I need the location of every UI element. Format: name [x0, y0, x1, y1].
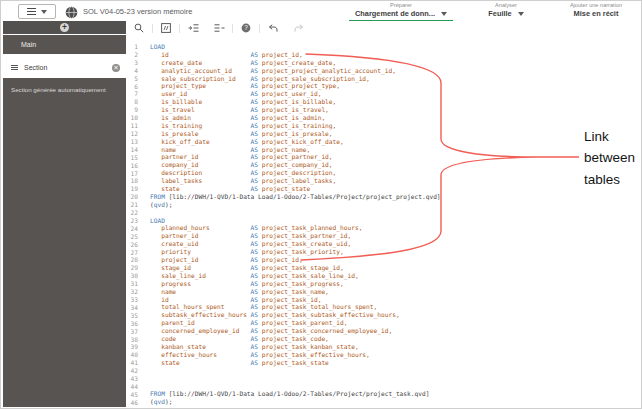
line-number: 23 [126, 217, 138, 225]
svg-text:?: ? [244, 24, 248, 31]
script-code-area[interactable]: LOAD id AS project_id, create_date AS pr… [140, 35, 640, 407]
line-number: 15 [126, 154, 138, 162]
line-number: 41 [126, 359, 138, 367]
line-number: 35 [126, 312, 138, 320]
code-line: sale_subscription_id AS project_sale_sub… [150, 75, 640, 83]
line-number: 20 [126, 193, 138, 201]
outdent-button[interactable] [206, 22, 232, 34]
code-line: (qvd); [150, 398, 640, 406]
code-line: kick_off_date AS project_kick_off_date, [150, 138, 640, 146]
code-line: company_id AS project_company_id, [150, 161, 640, 169]
code-line: sale_line_id AS project_task_sale_line_i… [150, 272, 640, 280]
sidebar-item-section-selected[interactable]: Section ✕ [3, 59, 126, 76]
code-line: name AS project_name, [150, 146, 640, 154]
tab-narration[interactable]: Ajouter une narration Mise en récit [550, 2, 642, 19]
code-line [150, 367, 640, 375]
code-line [150, 209, 640, 217]
line-number: 7 [126, 90, 138, 98]
line-number: 30 [126, 272, 138, 280]
code-line: is_admin AS project_is_admin, [150, 114, 640, 122]
code-line: total_hours_spent AS project_task_total_… [150, 303, 640, 311]
help-icon: ? [241, 23, 251, 33]
line-number: 26 [126, 241, 138, 249]
code-line: id AS project_id, [150, 51, 640, 59]
code-line: (qvd); [150, 201, 640, 209]
comment-toggle-button[interactable] [153, 22, 179, 34]
line-number: 38 [126, 336, 138, 344]
redo-icon [294, 24, 304, 33]
add-section-button[interactable]: + [60, 23, 69, 32]
redo-button[interactable] [286, 22, 312, 34]
code-line: create_date AS project_create_date, [150, 59, 640, 67]
sidebar-item-auto-section[interactable]: Section générée automatiquement [3, 78, 126, 407]
section-label: Main [21, 41, 36, 48]
annotation-label: Link between tables [584, 126, 642, 190]
code-line: FROM [lib://DWH/1-QVD/1-Data Load/1-Odoo… [150, 390, 640, 398]
code-line: state AS project_state [150, 185, 640, 193]
globe-icon [65, 6, 78, 19]
chevron-down-icon [441, 12, 447, 16]
tab-caption: Ajouter une narration [550, 2, 642, 9]
hamburger-menu-button[interactable] [18, 4, 56, 19]
code-line: user_id AS project_user_id, [150, 90, 640, 98]
section-label: Section générée automatiquement [11, 86, 106, 93]
code-line: parent_id AS project_task_parent_id, [150, 319, 640, 327]
code-line [150, 374, 640, 382]
code-line: subtask_effective_hours AS project_task_… [150, 311, 640, 319]
code-line: kanban_state AS project_task_kanban_stat… [150, 343, 640, 351]
line-number: 43 [126, 375, 138, 383]
tab-preparer[interactable]: Préparer Chargement de donn... [349, 2, 453, 22]
line-number: 28 [126, 256, 138, 264]
code-line: is_training AS project_is_training, [150, 122, 640, 130]
line-number: 16 [126, 162, 138, 170]
app-window: SOL V04-05-23 version mémoire Préparer C… [0, 0, 642, 409]
code-line: is_presale AS project_is_presale, [150, 130, 640, 138]
code-line: concerned_employee_id AS project_task_co… [150, 327, 640, 335]
indent-button[interactable] [180, 22, 206, 34]
code-line: is_billable AS project_is_billable, [150, 98, 640, 106]
search-button[interactable] [126, 22, 152, 34]
caret-down-icon [41, 10, 47, 14]
line-number: 6 [126, 83, 138, 91]
code-line: progress AS project_task_progress, [150, 280, 640, 288]
chevron-down-icon [518, 12, 524, 16]
code-line: description AS project_description, [150, 169, 640, 177]
line-number: 3 [126, 59, 138, 67]
line-number: 32 [126, 288, 138, 296]
code-line: project_id AS project_id, [150, 256, 640, 264]
sidebar-header: + [3, 21, 126, 34]
tab-analyser[interactable]: Analyser Feuille [463, 2, 549, 19]
line-number: 29 [126, 264, 138, 272]
line-number: 11 [126, 122, 138, 130]
tab-label: Feuille [488, 9, 511, 19]
line-number: 5 [126, 75, 138, 83]
line-number: 10 [126, 114, 138, 122]
code-line: effective_hours AS project_task_effectiv… [150, 351, 640, 359]
line-number: 4 [126, 67, 138, 75]
line-number: 36 [126, 320, 138, 328]
indent-icon [188, 23, 199, 33]
drag-handle-icon[interactable] [11, 65, 18, 71]
code-line: analytic_account_id AS project_project_a… [150, 67, 640, 75]
script-editor: 1234567891011121314151617181920212223242… [126, 35, 640, 407]
undo-button[interactable] [260, 22, 286, 34]
sidebar-item-main[interactable]: Main [3, 35, 126, 54]
line-number: 21 [126, 201, 138, 209]
outdent-icon [214, 23, 225, 33]
search-icon [134, 23, 144, 33]
line-number: 25 [126, 233, 138, 241]
line-number: 19 [126, 185, 138, 193]
line-number: 39 [126, 343, 138, 351]
delete-section-button[interactable]: ✕ [112, 64, 120, 72]
section-label: Section [24, 64, 47, 71]
line-number: 17 [126, 170, 138, 178]
line-number: 44 [126, 383, 138, 391]
undo-icon [268, 24, 278, 33]
line-number: 13 [126, 138, 138, 146]
comment-icon [161, 23, 171, 33]
line-number: 2 [126, 51, 138, 59]
line-number: 46 [126, 399, 138, 407]
line-number: 1 [126, 43, 138, 51]
line-number: 22 [126, 209, 138, 217]
help-button[interactable]: ? [233, 22, 259, 34]
